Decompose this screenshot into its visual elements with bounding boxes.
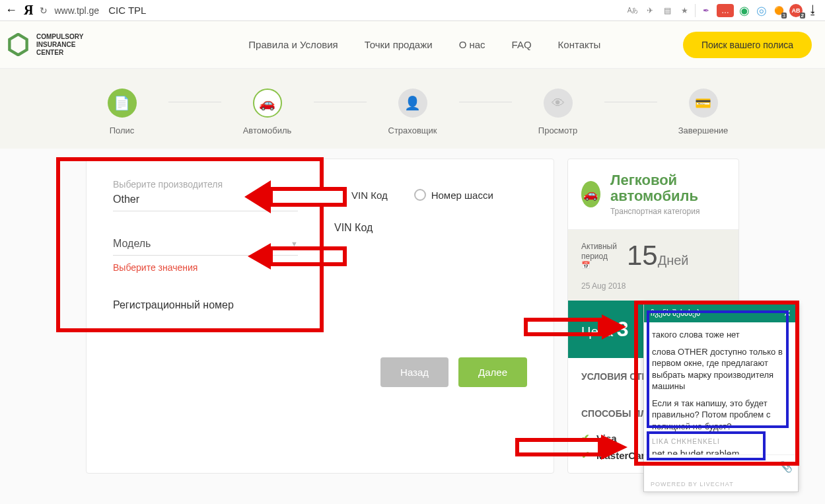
url-text[interactable]: www.tpl.ge: [54, 5, 99, 16]
nav-contacts[interactable]: Контакты: [558, 39, 601, 50]
days-number: 15: [627, 240, 658, 271]
chat-footer: POWERED BY LIVECHAT: [644, 478, 798, 491]
vehicle-category-title: Легковой автомобиль: [610, 172, 725, 204]
step-complete[interactable]: 💳 Завершение: [657, 89, 750, 135]
model-label: Модель: [113, 238, 151, 250]
nav-points[interactable]: Точки продажи: [365, 39, 433, 50]
step-insurer[interactable]: 👤 Страховщик: [367, 89, 459, 135]
page-title: CIC TPL: [108, 5, 146, 16]
search-policy-button[interactable]: Поиск вашего полиса: [683, 32, 812, 58]
extension-icons: Aあ ✈ ▤ ★ ✒ … ◉ ◎ 🟠3 AB2 ⭳: [626, 4, 820, 17]
separator: [695, 4, 696, 17]
stepper: 📄 Полис 🚗 Автомобиль 👤 Страховщик 👁 Прос…: [0, 69, 825, 149]
bookmark-star-icon[interactable]: ★: [678, 4, 691, 17]
eye-icon: 👁: [544, 89, 573, 118]
chat-messages[interactable]: такого слова тоже нет слова OTHER доступ…: [644, 322, 798, 454]
active-period: Активный период 📅 15 Дней: [568, 230, 738, 281]
site-header: COMPULSORYINSURANCECENTER Правила и Усло…: [0, 21, 825, 69]
step-policy[interactable]: 📄 Полис: [76, 89, 168, 135]
next-button[interactable]: Далее: [458, 357, 527, 387]
person-icon: 👤: [398, 89, 427, 118]
downloads-icon[interactable]: ⭳: [807, 4, 820, 17]
back-button[interactable]: ←: [5, 3, 17, 17]
chat-message: Если я так напишу, это будет правильно? …: [652, 398, 790, 433]
chat-message: слова OTHER доступно только в первом окн…: [652, 346, 790, 392]
nav-faq[interactable]: FAQ: [512, 39, 532, 50]
radio-unchecked-icon: [414, 189, 426, 201]
svg-marker-0: [9, 34, 26, 55]
step-connector: [314, 102, 367, 102]
yandex-logo[interactable]: Я: [24, 3, 33, 18]
model-select[interactable]: Модель ▼ Выберите значения: [113, 238, 298, 273]
step-car[interactable]: 🚗 Автомобиль: [221, 89, 314, 135]
car-icon: 🚗: [581, 181, 600, 207]
step-review[interactable]: 👁 Просмотр: [512, 89, 604, 135]
check-icon: ✔: [581, 449, 590, 461]
close-icon[interactable]: ✕: [783, 308, 791, 318]
step-connector: [168, 102, 221, 102]
chevron-down-icon: ▼: [291, 196, 298, 203]
car-icon: 🚗: [253, 89, 282, 118]
vehicle-form: VIN Код Номер шасси VIN Код Выберите про…: [86, 159, 554, 474]
abp-icon[interactable]: AB2: [789, 4, 803, 17]
manufacturer-label: Выберите производителя: [113, 179, 298, 190]
step-connector: [459, 102, 512, 102]
send-icon[interactable]: ✈: [643, 4, 657, 17]
id-type-radios: VIN Код Номер шасси: [334, 189, 493, 201]
logo-text: COMPULSORYINSURANCECENTER: [36, 33, 83, 57]
chat-widget: ჩვენს შესახებ ✕ такого слова тоже нет сл…: [643, 303, 799, 492]
vin-field-label[interactable]: VIN Код: [334, 222, 373, 234]
chat-input[interactable]: [649, 462, 779, 472]
logo-icon: [7, 33, 30, 56]
file-icon: 📄: [108, 89, 137, 118]
chevron-down-icon: ▼: [291, 240, 298, 248]
chat-header[interactable]: ჩვენს შესახებ ✕: [644, 304, 798, 322]
days-text: Дней: [658, 253, 689, 268]
chat-input-row: 📎: [644, 454, 798, 478]
chat-agent-name: LIKA CHKHENKELI: [652, 437, 790, 447]
radio-vin[interactable]: VIN Код: [334, 189, 388, 201]
radio-checked-icon: [334, 189, 346, 201]
nav-rules[interactable]: Правила и Условия: [248, 39, 338, 50]
main-nav: Правила и Условия Точки продажи О нас FA…: [248, 39, 600, 50]
refresh-button[interactable]: ↻: [40, 5, 48, 16]
ext-orange-icon[interactable]: 🟠3: [772, 4, 785, 17]
adguard-icon[interactable]: ◉: [738, 4, 751, 17]
site-logo[interactable]: COMPULSORYINSURANCECENTER: [7, 33, 83, 57]
registration-input[interactable]: Регистрационный номер: [113, 299, 298, 311]
manufacturer-select[interactable]: Выберите производителя Other ▼: [113, 179, 298, 211]
chat-message: такого слова тоже нет: [652, 329, 790, 341]
chat-agent-message: net ne budet prablem.: [652, 448, 790, 454]
attach-icon[interactable]: 📎: [779, 460, 793, 473]
browser-toolbar: ← Я ↻ www.tpl.ge CIC TPL Aあ ✈ ▤ ★ ✒ … ◉ …: [0, 0, 825, 21]
check-icon: ✔: [581, 432, 590, 444]
lastpass-icon[interactable]: …: [717, 4, 734, 17]
vehicle-category-sub: Транспортная категория: [610, 207, 725, 216]
card-icon: 💳: [689, 89, 718, 118]
start-date: 25 Aug 2018: [568, 281, 738, 301]
reader-mode-icon[interactable]: ▤: [661, 4, 674, 17]
manufacturer-value: Other: [113, 194, 139, 205]
radio-chassis[interactable]: Номер шасси: [414, 189, 493, 201]
feather-icon[interactable]: ✒: [699, 4, 713, 17]
nav-about[interactable]: О нас: [459, 39, 485, 50]
translate-icon[interactable]: Aあ: [626, 4, 639, 17]
back-button[interactable]: Назад: [380, 357, 448, 387]
model-error: Выберите значения: [113, 262, 298, 273]
drop-icon[interactable]: ◎: [755, 4, 768, 17]
step-connector: [604, 102, 657, 102]
